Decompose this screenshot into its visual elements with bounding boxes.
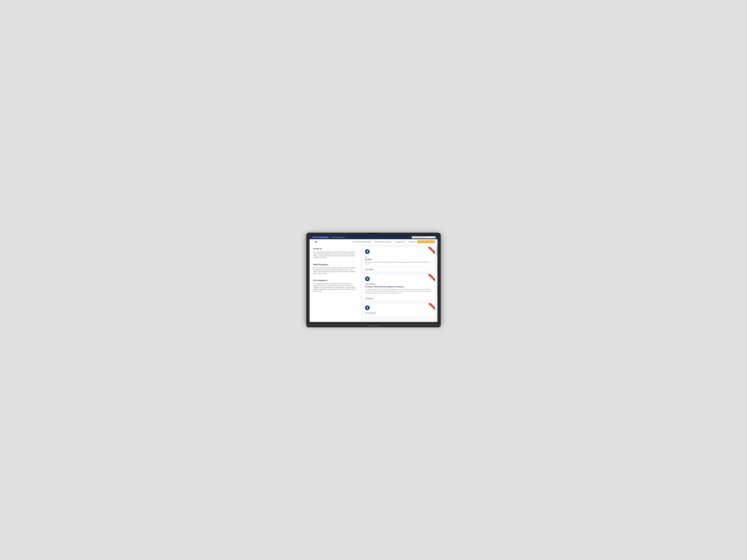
laptop-body: Pour les Professionnels Pour les Particu…: [306, 233, 441, 324]
left-panel: Permis D Pour toute personne souhaitant …: [310, 245, 360, 322]
card-fco: dès 850 € FCO VOYAGEURS: [363, 303, 435, 317]
card-desc-permis-d: Être capable de conduire un véhicule de …: [365, 261, 433, 265]
section-desc-fimo: Pour toute personne débutante, souhaitan…: [313, 267, 357, 274]
card-permis-d: dès 2 400 € D Permis D Être capable de c…: [363, 247, 435, 272]
scrollbar-thumb[interactable]: [436, 246, 437, 256]
logo: ⌒ ecf: [312, 240, 317, 243]
nav-publications[interactable]: Publications: [409, 241, 415, 243]
logo-text: ecf: [315, 241, 317, 243]
arrow-icon-permis-d: →: [431, 268, 433, 270]
nav-links: Nos formations professionnelles + Financ…: [353, 241, 415, 243]
arrow-icon-fimo: →: [431, 297, 433, 299]
card-badge-fimo: FIMO VOYAGEURS: [365, 283, 376, 285]
main-nav: ⌒ ecf Nos formations professionnelles + …: [310, 239, 437, 245]
card-link-permis-d[interactable]: Voir Formation: [365, 269, 373, 270]
laptop-model: MacBook Pro: [368, 325, 379, 327]
devis-button[interactable]: ⊙ Demander un devis Pro: [417, 240, 435, 243]
card-link-fimo[interactable]: Voir Formation: [365, 298, 373, 299]
card-desc-fimo: Être capable d'effectuer un acte de Tran…: [365, 289, 433, 294]
nav-agences[interactable]: Les agences ECF +: [395, 241, 406, 243]
bus-fimo-icon: [366, 277, 368, 280]
bus-fco-icon: [366, 306, 368, 309]
logo-arc: ⌒: [312, 240, 314, 243]
section-fco: FCO Voyageurs Pour toute personne ayant …: [313, 279, 357, 292]
search-bar[interactable]: 🔍: [412, 236, 436, 238]
ribbon-text-fimo: dès 2 050 €: [427, 274, 435, 282]
laptop-screen: Pour les Professionnels Pour les Particu…: [310, 235, 437, 322]
card-title-fimo: Formation Initiale Minimale Obligatoire …: [365, 286, 433, 288]
section-permis-d: Permis D Pour toute personne souhaitant …: [313, 247, 357, 259]
section-title-fimo: FIMO Voyageurs: [313, 263, 357, 266]
section-desc-fco: Pour toute personne ayant une qualificat…: [313, 283, 357, 292]
card-badge-permis-d: D: [365, 256, 367, 258]
card-title-permis-d: Permis D: [365, 259, 433, 261]
card-footer-fimo: Voir Formation →: [363, 296, 435, 301]
scrollbar[interactable]: [436, 245, 437, 322]
devis-icon: ⊙: [419, 241, 420, 242]
search-icon: 🔍: [433, 237, 435, 238]
bus-icon: [366, 250, 368, 253]
devis-label: Demander un devis Pro: [420, 241, 434, 242]
card-body-permis-d: D Permis D Être capable de conduire un v…: [363, 247, 435, 267]
btn-particuliers[interactable]: Pour les Particuliers: [330, 236, 346, 239]
ribbon-text-permis-d: dès 2 400 €: [427, 247, 435, 255]
btn-pro[interactable]: Pour les Professionnels: [311, 236, 330, 239]
nav-financements[interactable]: Financements des Formations +: [374, 241, 392, 243]
card-icon-fimo: [365, 276, 370, 281]
card-footer-permis-d: Voir Formation →: [363, 267, 435, 272]
top-bar: Pour les Professionnels Pour les Particu…: [310, 235, 437, 239]
card-fimo: dès 2 050 € FIMO VOYAGEURS Formation Ini…: [363, 274, 435, 301]
ribbon-fco: dès 850 €: [424, 303, 435, 314]
laptop-wrapper: Pour les Professionnels Pour les Particu…: [306, 233, 441, 327]
ribbon-fimo: dès 2 050 €: [424, 274, 435, 285]
card-icon-fco: [365, 305, 370, 310]
section-title-permis-d: Permis D: [313, 247, 357, 250]
laptop-notch: [367, 233, 380, 234]
laptop-base: MacBook Pro: [306, 324, 441, 327]
search-input[interactable]: [413, 237, 433, 238]
section-fimo: FIMO Voyageurs Pour toute personne début…: [313, 263, 357, 274]
card-body-fimo: FIMO VOYAGEURS Formation Initiale Minima…: [363, 274, 435, 296]
section-desc-permis-d: Pour toute personne souhaitant conduire …: [313, 251, 357, 259]
ribbon-permis-d: dès 2 400 €: [424, 247, 435, 258]
right-panel: dès 2 400 € D Permis D Être capable de c…: [360, 245, 437, 322]
content-area: Permis D Pour toute personne souhaitant …: [310, 245, 437, 322]
card-body-fco: FCO VOYAGEURS: [363, 303, 435, 317]
nav-formations[interactable]: Nos formations professionnelles +: [353, 241, 372, 243]
ribbon-text-fco: dès 850 €: [428, 303, 435, 311]
section-title-fco: FCO Voyageurs: [313, 279, 357, 282]
card-icon-permis-d: [365, 249, 370, 254]
card-badge-fco: FCO VOYAGEURS: [365, 312, 376, 314]
